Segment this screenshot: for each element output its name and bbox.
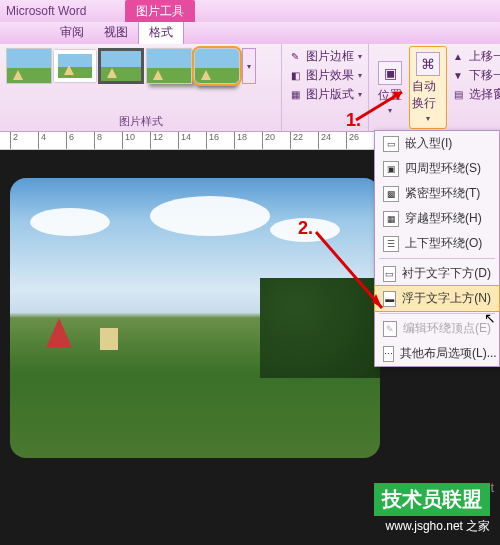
menu-behind[interactable]: ▭衬于文字下方(D): [375, 261, 499, 286]
style-thumb-1[interactable]: [6, 48, 52, 84]
ruler-tick: 2: [10, 132, 18, 150]
ribbon: ▾ 图片样式 ✎图片边框▾ ◧图片效果▾ ▦图片版式▾ ▣ 位置▾ ⌘ 自动换行…: [0, 44, 500, 132]
menu-inline[interactable]: ▭嵌入型(I): [375, 131, 499, 156]
tab-view[interactable]: 视图: [94, 21, 138, 44]
brand-badge: 技术员联盟: [374, 483, 490, 516]
menu-separator: [379, 258, 495, 259]
btn-bring-forward[interactable]: ▲上移一层▾: [449, 48, 500, 65]
front-icon: ▲: [451, 50, 465, 64]
btn-send-backward[interactable]: ▼下移一层▾: [449, 67, 500, 84]
ruler-tick: 26: [346, 132, 359, 150]
wrap-text-menu: ▭嵌入型(I) ▣四周型环绕(S) ▩紧密型环绕(T) ▦穿越型环绕(H) ☰上…: [374, 130, 500, 367]
btn-selection-pane[interactable]: ▤选择窗格: [449, 86, 500, 103]
style-thumb-5[interactable]: [194, 48, 240, 84]
pane-icon: ▤: [451, 88, 465, 102]
title-bar: Microsoft Word: [0, 0, 500, 22]
group-label-styles: 图片样式: [6, 114, 275, 129]
inserted-picture[interactable]: [10, 178, 380, 458]
position-icon: ▣: [378, 61, 402, 85]
more-icon: ⋯: [383, 346, 394, 362]
menu-topbottom[interactable]: ☰上下型环绕(O): [375, 231, 499, 256]
pencil-icon: ✎: [288, 50, 302, 64]
btn-picture-effects[interactable]: ◧图片效果▾: [286, 67, 364, 84]
ruler-tick: 22: [290, 132, 303, 150]
menu-separator-2: [379, 313, 495, 314]
ruler-tick: 20: [262, 132, 275, 150]
ruler-tick: 8: [94, 132, 102, 150]
ruler-tick: 12: [150, 132, 163, 150]
edit-icon: ✎: [383, 321, 397, 337]
style-thumb-3[interactable]: [98, 48, 144, 84]
menu-infront[interactable]: ▬浮于文字上方(N): [374, 285, 500, 312]
cursor-icon: ↖: [484, 310, 496, 326]
square-icon: ▣: [383, 161, 399, 177]
menu-tight[interactable]: ▩紧密型环绕(T): [375, 181, 499, 206]
ruler-tick: 18: [234, 132, 247, 150]
menu-more-options[interactable]: ⋯其他布局选项(L)...: [375, 341, 499, 366]
btn-picture-border[interactable]: ✎图片边框▾: [286, 48, 364, 65]
menu-square[interactable]: ▣四周型环绕(S): [375, 156, 499, 181]
ruler-tick: 6: [66, 132, 74, 150]
style-gallery-more[interactable]: ▾: [242, 48, 256, 84]
through-icon: ▦: [383, 211, 399, 227]
arrow-2: [312, 228, 392, 318]
tab-strip: 图片工具 审阅 视图 格式: [0, 22, 500, 44]
back-icon: ▼: [451, 69, 465, 83]
ruler-tick: 10: [122, 132, 135, 150]
annotation-1: 1.: [346, 110, 361, 131]
svg-line-2: [316, 232, 382, 308]
style-thumb-4[interactable]: [146, 48, 192, 84]
style-thumb-2[interactable]: [54, 50, 96, 82]
inline-icon: ▭: [383, 136, 399, 152]
tab-format[interactable]: 格式: [138, 20, 184, 44]
app-title: Microsoft Word: [6, 4, 86, 18]
btn-wrap-text[interactable]: ⌘ 自动换行▾: [409, 46, 447, 129]
layout-icon: ▦: [288, 88, 302, 102]
annotation-2: 2.: [298, 218, 313, 239]
effects-icon: ◧: [288, 69, 302, 83]
tab-review[interactable]: 审阅: [50, 21, 94, 44]
ruler-tick: 14: [178, 132, 191, 150]
ruler-tick: 16: [206, 132, 219, 150]
svg-line-0: [356, 92, 402, 120]
tight-icon: ▩: [383, 186, 399, 202]
menu-through[interactable]: ▦穿越型环绕(H): [375, 206, 499, 231]
watermark-brand: 技术员联盟 www.jsgho.net 之家: [374, 483, 490, 535]
style-gallery: ▾: [6, 48, 275, 84]
menu-edit-points: ✎编辑环绕顶点(E): [375, 316, 499, 341]
ruler-tick: 4: [38, 132, 46, 150]
ruler-tick: 24: [318, 132, 331, 150]
wrap-icon: ⌘: [416, 52, 440, 76]
contextual-tab-header: 图片工具: [125, 0, 195, 22]
group-picture-styles: ▾ 图片样式: [0, 44, 282, 131]
